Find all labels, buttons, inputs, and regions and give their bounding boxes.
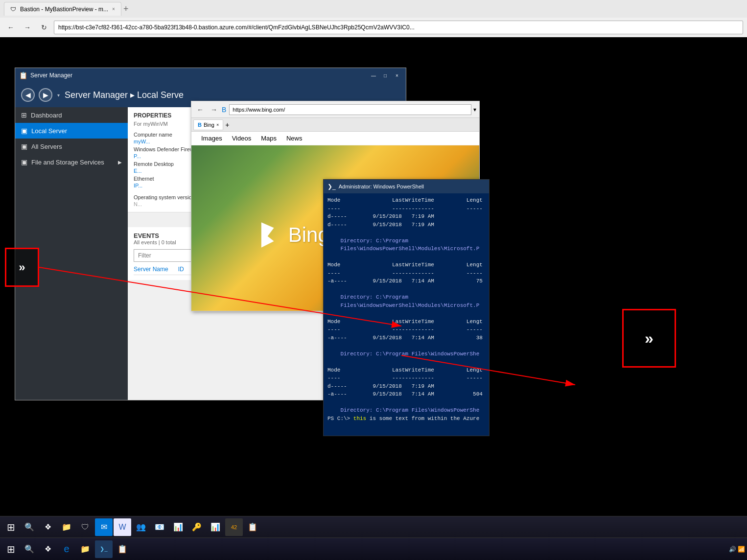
taskbar-search-button[interactable]: 🔍: [21, 540, 38, 558]
bing-url-dropdown[interactable]: ▾: [473, 106, 476, 113]
ps-line-24: d----- 9/15/2018 7:19 AM: [327, 382, 485, 391]
address-bar[interactable]: [54, 21, 743, 34]
taskbar2-mail[interactable]: ✉: [95, 518, 113, 536]
ps-line-23: ---- ------------- -----: [327, 374, 485, 382]
browser-chrome: 🛡 Bastion - MyBastionPreview - m... × + …: [0, 0, 747, 38]
bing-tab[interactable]: B Bing ×: [193, 119, 223, 130]
ps-line-8: [327, 253, 485, 261]
ps-line-22: Mode LastWriteTime Lengt: [327, 366, 485, 374]
ps-line-11: -a---- 9/15/2018 7:14 AM 75: [327, 277, 485, 285]
taskbar-start-button[interactable]: ⊞: [2, 540, 20, 558]
taskbar2-shield[interactable]: 🛡: [76, 518, 94, 536]
left-chevron-icon: »: [19, 260, 25, 274]
sidebar-item-all-servers[interactable]: ▣ All Servers: [15, 139, 128, 154]
col-id[interactable]: ID: [178, 266, 184, 273]
ps-line-3: d----- 9/15/2018 7:19 AM: [327, 212, 485, 221]
server-manager-title-text: Server Manager: [30, 72, 72, 79]
ps-line-17: ---- ------------- -----: [327, 326, 485, 334]
browser-back-button[interactable]: ←: [4, 21, 18, 34]
local-server-icon: ▣: [21, 127, 27, 135]
close-button[interactable]: ×: [392, 71, 402, 79]
taskbar2-clipboard[interactable]: 📋: [244, 518, 261, 536]
taskbar-powershell[interactable]: ❯_: [95, 540, 113, 558]
bing-tab-icon: B: [198, 122, 202, 128]
browser-tab-active[interactable]: 🛡 Bastion - MyBastionPreview - m... ×: [4, 2, 121, 16]
ps-line-5: [327, 229, 485, 237]
annotation-box-right[interactable]: »: [622, 309, 676, 368]
taskbar-notes[interactable]: 📋: [114, 540, 131, 558]
bing-forward-button[interactable]: →: [208, 104, 220, 116]
bing-tab-close[interactable]: ×: [216, 122, 219, 127]
sidebar-item-file-storage[interactable]: ▣ File and Storage Services ▶: [15, 154, 128, 170]
ps-line-26: [327, 398, 485, 407]
browser-forward-button[interactable]: →: [21, 21, 34, 34]
ps-line-13: Directory: C:\Program: [327, 293, 485, 302]
window-controls: — □ ×: [369, 71, 402, 79]
tab-favicon: 🛡: [10, 6, 16, 13]
bing-logo-overlay: Bing: [255, 220, 329, 250]
sm-back-button[interactable]: ◀: [21, 88, 35, 102]
minimize-button[interactable]: —: [369, 71, 378, 79]
bing-nav-videos[interactable]: Videos: [232, 135, 252, 142]
file-storage-icon: ▣: [21, 158, 27, 166]
bing-tab-bar: B Bing × +: [191, 118, 479, 132]
annotation-box-left[interactable]: »: [5, 248, 39, 287]
powershell-content: Mode LastWriteTime Lengt ---- ----------…: [324, 193, 489, 425]
ps-line-20: Directory: C:\Program Files\WindowsPower…: [327, 350, 485, 358]
bing-url-bar[interactable]: [229, 104, 471, 115]
col-server-name[interactable]: Server Name: [134, 266, 168, 273]
ps-line-14: Files\WindowsPowerShell\Modules\Microsof…: [327, 302, 485, 310]
ps-line-12: [327, 285, 485, 294]
ps-line-2: ---- ------------- -----: [327, 205, 485, 213]
ps-line-19: [327, 342, 485, 350]
right-chevron-icon: »: [645, 329, 654, 348]
bing-nav-images[interactable]: Images: [201, 135, 222, 142]
ps-line-9: Mode LastWriteTime Lengt: [327, 261, 485, 269]
sidebar-item-file-storage-label: File and Storage Services: [31, 159, 104, 166]
taskbar2-powerpoint[interactable]: 📊: [207, 518, 224, 536]
taskbar2-excel[interactable]: 📊: [169, 518, 187, 536]
taskbar2-task-view[interactable]: ❖: [39, 518, 57, 536]
bing-new-tab-button[interactable]: +: [225, 121, 229, 129]
ps-line-6: Directory: C:\Program: [327, 237, 485, 245]
new-tab-button[interactable]: +: [123, 4, 129, 14]
secondary-taskbar: ⊞ 🔍 ❖ 📁 🛡 ✉ W 👥 📧 📊 🔑 📊 42 📋: [0, 516, 747, 537]
bing-nav-news[interactable]: News: [286, 135, 303, 142]
powershell-icon: ❯_: [327, 183, 336, 190]
taskbar2-start-button[interactable]: ⊞: [2, 518, 20, 536]
taskbar2-word[interactable]: W: [114, 518, 131, 536]
notification-area: 🔊 📶: [729, 546, 745, 553]
sidebar-item-local-server-label: Local Server: [31, 127, 67, 135]
taskbar-task-view[interactable]: ❖: [39, 540, 57, 558]
browser-refresh-button[interactable]: ↻: [37, 21, 51, 34]
taskbar2-file-explorer[interactable]: 📁: [58, 518, 75, 536]
bing-nav-maps[interactable]: Maps: [261, 135, 277, 142]
ps-line-25: -a---- 9/15/2018 7:14 AM 504: [327, 390, 485, 398]
taskbar2-key[interactable]: 🔑: [188, 518, 206, 536]
ps-line-16: Mode LastWriteTime Lengt: [327, 318, 485, 326]
sm-dropdown[interactable]: ▾: [57, 93, 60, 98]
taskbar2-badge[interactable]: 42: [225, 518, 243, 536]
sm-breadcrumb: Server Manager ▸ Local Serve: [65, 90, 184, 100]
browser-nav-bar: ← → ↻: [0, 18, 747, 37]
ps-line-21: [327, 358, 485, 366]
browser-tab-bar: 🛡 Bastion - MyBastionPreview - m... × +: [0, 0, 747, 18]
taskbar-ie[interactable]: e: [58, 540, 75, 558]
sidebar-item-dashboard[interactable]: ⊞ Dashboard: [15, 107, 128, 123]
bing-logo-icon: [255, 220, 284, 250]
tab-close-button[interactable]: ×: [112, 6, 115, 12]
taskbar-folder[interactable]: 📁: [76, 540, 94, 558]
server-manager-title-bar: 📋 Server Manager — □ ×: [15, 68, 406, 83]
maximize-button[interactable]: □: [380, 71, 390, 79]
sidebar-item-local-server[interactable]: ▣ Local Server: [15, 123, 128, 139]
ps-line-7: Files\WindowsPowerShell\Modules\Microsof…: [327, 245, 485, 253]
tab-title: Bastion - MyBastionPreview - m...: [20, 6, 108, 13]
powershell-title-text: Administrator: Windows PowerShell: [339, 184, 424, 189]
taskbar2-outlook[interactable]: 📧: [151, 518, 168, 536]
taskbar2-teams[interactable]: 👥: [132, 518, 150, 536]
sm-forward-button[interactable]: ▶: [39, 88, 52, 102]
bing-back-button[interactable]: ←: [194, 104, 206, 116]
taskbar2-search-button[interactable]: 🔍: [21, 518, 38, 536]
sidebar-item-all-servers-label: All Servers: [31, 143, 62, 150]
ps-line-15: [327, 309, 485, 318]
